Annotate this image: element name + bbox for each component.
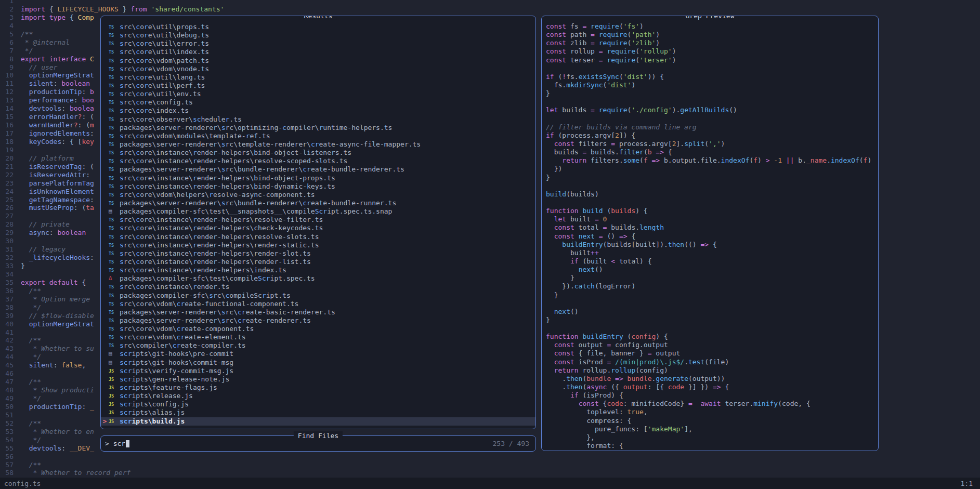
code-token: then (566, 375, 582, 382)
result-row[interactable]: TSsrc\core\instance\render.ts (101, 283, 535, 291)
code-token: bundle (586, 375, 611, 382)
result-row[interactable]: TSsrc\core\vdom\modules\template-ref.ts (101, 132, 535, 140)
line-number: 43 (0, 345, 14, 353)
preview-line: } (546, 174, 878, 182)
result-row[interactable]: JSscripts\verify-commit-msg.js (101, 367, 535, 375)
code-token: = (599, 47, 603, 55)
result-row[interactable]: TSpackages\server-renderer\src\create-ba… (101, 308, 535, 316)
code-token: 2 (615, 131, 619, 139)
result-row[interactable]: TSsrc\core\instance\render-helpers\resol… (101, 233, 535, 241)
preview-line: compress: { (546, 417, 878, 425)
preview-line: if (built < total) { (546, 257, 878, 266)
result-row[interactable]: TSsrc\core\vdom\helpers\resolve-async-co… (101, 191, 535, 199)
result-row[interactable]: TSpackages\server-renderer\src\optimizin… (101, 124, 535, 132)
result-row[interactable]: TSsrc\core\index.ts (101, 107, 535, 115)
result-row[interactable]: TSsrc\core\instance\render-helpers\resol… (101, 157, 535, 165)
code-token (574, 232, 579, 240)
code-token: bundle (628, 375, 652, 382)
result-row[interactable]: TSsrc\core\config.ts (101, 98, 535, 107)
result-row[interactable]: TSsrc\core\util\perf.ts (101, 82, 535, 90)
result-row[interactable]: TSsrc\core\util\props.ts (101, 23, 535, 31)
result-row[interactable]: JSscripts\alias.js (101, 408, 535, 417)
code-token: r (193, 249, 197, 257)
ts-file-icon: TS (109, 57, 120, 65)
grep-preview-panel-title: Grep Preview (682, 16, 739, 20)
file-path: src\core\instance\render-helpers\check-k… (120, 224, 323, 232)
result-row[interactable]: TSsrc\core\instance\render-helpers\rende… (101, 241, 535, 249)
code-token (611, 358, 615, 366)
code-token: * Show producti (21, 386, 94, 394)
result-row[interactable]: TSsrc\core\vdom\patch.ts (101, 57, 535, 65)
result-row[interactable]: TSsrc\core\instance\render-helpers\check… (101, 224, 535, 232)
code-token: r (193, 258, 197, 266)
code-token: packages\compiler-sfc\test\__snapshots__… (120, 207, 315, 215)
code-token (595, 232, 599, 240)
result-row[interactable]: TSpackages\server-renderer\src\create-re… (101, 316, 535, 325)
preview-line: const output = config.output (546, 341, 878, 349)
result-row[interactable]: JSscripts\gen-release-note.js (101, 375, 535, 384)
results-list: TSsrc\core\util\props.tsTSsrc\core\util\… (101, 23, 535, 426)
preview-line: build(builds) (546, 190, 878, 199)
result-row[interactable]: TSsrc\core\instance\render-helpers\bind-… (101, 149, 535, 157)
ts-file-icon: TS (109, 165, 120, 174)
line-number: 13 (0, 96, 14, 104)
code-token: c (136, 157, 140, 165)
file-path: src\core\instance\render-helpers\resolve… (120, 216, 323, 224)
result-row-selected[interactable]: >JSscripts\build.js (101, 417, 535, 426)
code-token: const (546, 39, 566, 47)
result-row[interactable]: TSsrc\core\vdom\create-component.ts (101, 325, 535, 333)
line-number: 15 (0, 113, 14, 121)
code-token: code (668, 383, 684, 391)
code-token: rc\ (124, 258, 136, 266)
preview-line: }, (546, 433, 878, 442)
result-row[interactable]: TSsrc\core\util\env.ts (101, 90, 535, 98)
result-row[interactable]: ▤scripts\git-hooks\commit-msg (101, 359, 535, 367)
code-token: = (611, 140, 615, 148)
file-path: src\core\vdom\create-element.ts (120, 333, 246, 341)
result-row[interactable]: TSsrc\core\util\lang.ts (101, 73, 535, 82)
result-row[interactable]: TSsrc\core\util\debug.ts (101, 31, 535, 39)
code-token (692, 400, 701, 407)
code-token: rc\ (124, 224, 136, 232)
result-row[interactable]: TSsrc\core\vdom\vnode.ts (101, 65, 535, 73)
code-token (595, 39, 599, 47)
result-row[interactable]: TSsrc\core\util\error.ts (101, 39, 535, 48)
result-row[interactable]: TSsrc\core\vdom\create-element.ts (101, 333, 535, 341)
result-row[interactable]: TSsrc\core\instance\render-helpers\bind-… (101, 174, 535, 182)
code-token: keyCodes (21, 138, 61, 146)
result-row[interactable]: TSsrc\core\instance\render-helpers\index… (101, 266, 535, 274)
result-row[interactable]: TSsrc\core\observer\scheduler.ts (101, 115, 535, 124)
result-row[interactable]: JSscripts\release.js (101, 392, 535, 400)
result-row[interactable]: Δpackages\compiler-sfc\test\compileScrip… (101, 274, 535, 283)
result-row[interactable]: TSpackages\server-renderer\src\bundle-re… (101, 199, 535, 207)
result-row[interactable]: JSscripts\feature-flags.js (101, 384, 535, 392)
code-token: __DEV_ (70, 444, 94, 452)
result-row[interactable]: ▤packages\compiler-sfc\test\__snapshots_… (101, 207, 535, 216)
result-row[interactable]: TSsrc\compiler\create-compiler.ts (101, 341, 535, 350)
ts-file-icon: TS (109, 308, 120, 316)
code-token: path (566, 31, 591, 38)
file-path: src\core\vdom\create-functional-componen… (120, 300, 298, 308)
code-token: build (546, 190, 566, 198)
result-row[interactable]: TSsrc\core\instance\render-helpers\rende… (101, 258, 535, 266)
result-row[interactable]: TSpackages\server-renderer\src\template-… (101, 140, 535, 149)
code-token: : (49, 229, 58, 236)
result-row[interactable]: TSsrc\core\util\index.ts (101, 48, 535, 56)
code-token: c (136, 216, 140, 223)
code-token: s (120, 233, 124, 241)
result-row[interactable]: ▤scripts\git-hooks\pre-commit (101, 350, 535, 358)
result-row[interactable]: TSsrc\core\instance\render-helpers\bind-… (101, 182, 535, 191)
result-row[interactable]: TSsrc\core\vdom\create-functional-compon… (101, 300, 535, 308)
result-row[interactable]: TSpackages\compiler-sfc\src\compileScrip… (101, 292, 535, 300)
result-row[interactable]: TSsrc\core\instance\render-helpers\resol… (101, 216, 535, 224)
code-token: ore\instance\ (140, 283, 193, 290)
line-number: 57 (0, 461, 14, 469)
code-token: ) (631, 81, 635, 89)
result-row[interactable]: TSpackages\server-renderer\src\bundle-re… (101, 165, 535, 174)
find-files-input[interactable]: > scr 253 / 493 (105, 439, 529, 448)
code-token (546, 349, 554, 357)
result-row[interactable]: TSsrc\core\instance\render-helpers\rende… (101, 249, 535, 258)
line-number: 47 (0, 378, 14, 386)
line-number: 28 (0, 220, 14, 229)
result-row[interactable]: JSscripts\config.js (101, 400, 535, 408)
